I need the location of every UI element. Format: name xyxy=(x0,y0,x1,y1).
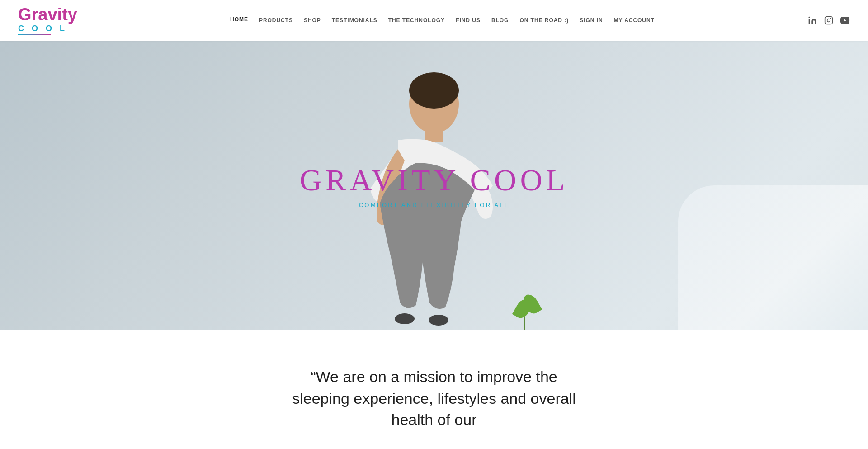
hero-light-panel xyxy=(678,185,868,330)
logo[interactable]: Gravity C O O L xyxy=(18,6,77,35)
svg-point-9 xyxy=(395,313,415,324)
below-hero-section: “We are on a mission to improve the slee… xyxy=(0,330,868,449)
svg-point-3 xyxy=(827,19,830,22)
linkedin-icon[interactable] xyxy=(807,15,817,25)
nav-item-on-the-road[interactable]: ON THE ROAD :) xyxy=(519,17,569,24)
svg-point-1 xyxy=(809,17,810,18)
svg-point-4 xyxy=(830,18,831,19)
nav-item-find-us[interactable]: FIND US xyxy=(456,17,481,24)
nav-item-blog[interactable]: BLOG xyxy=(491,17,509,24)
nav-item-technology[interactable]: THE TECHNOLOGY xyxy=(388,17,445,24)
social-icons-group xyxy=(807,15,850,25)
instagram-icon[interactable] xyxy=(824,15,834,25)
svg-rect-2 xyxy=(825,17,833,24)
nav-item-shop[interactable]: SHOP xyxy=(304,17,321,24)
svg-point-10 xyxy=(429,315,448,326)
hero-plant xyxy=(511,289,538,330)
hero-section: GRAVITY COOL COMFORT AND FLEXIBILITY FOR… xyxy=(0,41,868,330)
svg-point-7 xyxy=(409,72,459,109)
nav-item-testimonials[interactable]: TESTIMONIALS xyxy=(332,17,377,24)
nav-item-sign-in[interactable]: SIGN IN xyxy=(580,17,603,24)
nav-item-my-account[interactable]: MY ACCOUNT xyxy=(614,17,655,24)
youtube-icon[interactable] xyxy=(840,15,850,25)
svg-rect-0 xyxy=(809,19,810,24)
nav-item-products[interactable]: PRODUCTS xyxy=(259,17,293,24)
logo-cool-text: C O O L xyxy=(18,24,67,33)
hero-person-figure xyxy=(326,59,542,330)
main-nav: HOME PRODUCTS SHOP TESTIMONIALS THE TECH… xyxy=(230,16,655,24)
logo-underline xyxy=(18,34,51,35)
nav-item-home[interactable]: HOME xyxy=(230,16,248,24)
site-header: Gravity C O O L HOME PRODUCTS SHOP TESTI… xyxy=(0,0,868,41)
hero-quote: “We are on a mission to improve the slee… xyxy=(280,366,588,431)
logo-gravity-text: Gravity xyxy=(18,6,77,23)
